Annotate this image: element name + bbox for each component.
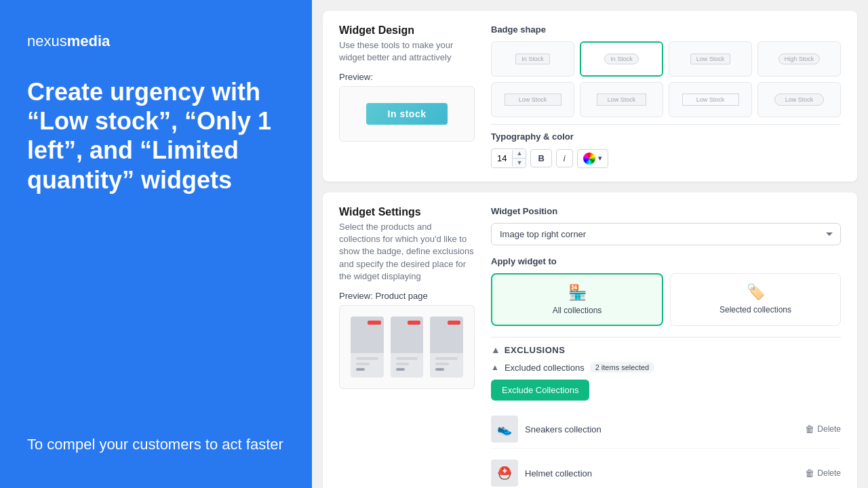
badge-option-pill[interactable]: High Stock [757, 41, 841, 77]
apply-widget-section: Apply widget to 🏪 All collections 🏷️ Sel… [491, 256, 841, 326]
text-line-2 [356, 363, 370, 365]
exclusions-title: EXCLUSIONS [505, 345, 566, 355]
hero-title: Create urgency with “Low stock”, “Only 1… [27, 77, 285, 195]
badge-option-rounded[interactable]: In Stock [580, 41, 663, 77]
sneakers-delete-button[interactable]: 🗑 Delete [805, 424, 841, 434]
badge-mini-bar4: Low Stock [774, 94, 825, 106]
selected-collections-label: Selected collections [719, 305, 791, 314]
widget-design-card: Widget Design Use these tools to make yo… [323, 11, 857, 182]
text-line-6 [435, 363, 449, 365]
badge-mini-rounded: In Stock [604, 54, 639, 64]
badge-shape-grid: In Stock In Stock Low Stock High Stock L… [491, 41, 841, 117]
apply-selected-collections[interactable]: 🏷️ Selected collections [670, 273, 841, 326]
product-text-2 [391, 353, 424, 378]
widget-preview-box: In stock [339, 86, 475, 142]
helmet-name: Helmet collection [525, 468, 798, 479]
apply-widget-label: Apply widget to [491, 256, 841, 266]
stock-bar-2 [408, 321, 420, 325]
font-size-down[interactable]: ▼ [513, 159, 526, 167]
sneakers-thumb: 👟 [491, 415, 518, 443]
product-card-1 [351, 317, 384, 378]
apply-options: 🏪 All collections 🏷️ Selected collection… [491, 273, 841, 326]
brand-bold: media [67, 33, 111, 49]
in-stock-badge: In stock [366, 103, 448, 125]
badge-mini-pill: High Stock [778, 54, 821, 64]
price-line-3 [435, 368, 444, 371]
helmet-delete-label: Delete [817, 468, 841, 478]
widget-position-label: Widget Position [491, 206, 841, 216]
exclusions-chevron-icon: ▲ [491, 344, 500, 355]
badge-option-rect[interactable]: In Stock [491, 41, 574, 77]
widget-position-select[interactable]: Image top right corner Image top left co… [491, 223, 841, 245]
selected-collections-icon: 🏷️ [747, 283, 765, 301]
excluded-collections-row[interactable]: ▲ Excluded collections 2 items selected [491, 362, 841, 373]
helmet-thumb: ⛑️ [491, 460, 518, 487]
sneakers-delete-label: Delete [817, 424, 841, 434]
stock-bar-1 [368, 321, 380, 325]
widget-design-title: Widget Design [339, 24, 475, 37]
font-size-value: 14 [492, 150, 513, 166]
badge-mini-bar2: Low Stock [597, 94, 647, 106]
color-picker-button[interactable]: ▾ [577, 149, 608, 168]
typography-controls: 14 ▲ ▼ B i ▾ [491, 148, 841, 168]
product-text-3 [430, 353, 463, 378]
badge-option-bar1[interactable]: Low Stock [491, 82, 574, 117]
text-line-5 [435, 357, 458, 360]
text-line-3 [396, 357, 418, 360]
stock-bar-3 [448, 321, 460, 325]
right-content: Widget Design Use these tools to make yo… [312, 0, 868, 488]
font-size-arrows[interactable]: ▲ ▼ [513, 149, 526, 167]
excluded-chevron-icon: ▲ [491, 363, 499, 372]
collection-item-helmet: ⛑️ Helmet collection 🗑 Delete [491, 454, 841, 488]
color-circle-icon [583, 152, 595, 165]
badge-mini-low-rect: Low Stock [690, 54, 731, 64]
font-size-up[interactable]: ▲ [513, 149, 526, 159]
widget-position-section: Widget Position Image top right corner I… [491, 206, 841, 245]
price-line-1 [356, 368, 365, 371]
apply-all-collections[interactable]: 🏪 All collections [491, 273, 663, 326]
badge-option-bar4[interactable]: Low Stock [757, 82, 841, 117]
brand-light: nexus [27, 33, 67, 49]
widget-settings-card: Widget Settings Select the products and … [323, 192, 857, 488]
collections-icon: 🏪 [568, 284, 587, 302]
product-grid-preview [351, 317, 463, 378]
product-img-1 [351, 317, 384, 353]
exclusions-header[interactable]: ▲ EXCLUSIONS [491, 344, 841, 355]
font-size-control[interactable]: 14 ▲ ▼ [491, 148, 526, 168]
badge-option-low-rect[interactable]: Low Stock [669, 41, 752, 77]
badge-shape-label: Badge shape [491, 24, 841, 35]
all-collections-label: All collections [553, 306, 602, 315]
product-img-2 [391, 317, 424, 353]
items-selected-badge: 2 items selected [590, 362, 654, 373]
preview-product-box [339, 305, 475, 389]
product-card-3 [430, 317, 463, 378]
badge-option-bar2[interactable]: Low Stock [580, 82, 663, 117]
badge-mini-bar1: Low Stock [505, 94, 561, 106]
sneakers-name: Sneakers collection [525, 424, 798, 434]
left-panel: nexusmedia Create urgency with “Low stoc… [0, 0, 312, 488]
color-picker-arrow: ▾ [598, 154, 602, 163]
collection-item-sneakers: 👟 Sneakers collection 🗑 Delete [491, 410, 841, 449]
widget-settings-title: Widget Settings [339, 206, 475, 218]
typography-label: Typography & color [491, 131, 841, 142]
text-line-4 [396, 363, 410, 365]
widget-settings-desc: Select the products and collections for … [339, 221, 475, 283]
text-line-1 [356, 357, 378, 360]
preview-product-label: Preview: Product page [339, 291, 475, 301]
product-card-2 [391, 317, 424, 378]
italic-button[interactable]: i [556, 149, 573, 167]
excluded-collections-label: Excluded collections [505, 363, 585, 373]
hero-subtitle: To compel your customers to act faster [27, 434, 285, 455]
helmet-delete-button[interactable]: 🗑 Delete [805, 468, 841, 479]
widget-design-desc: Use these tools to make your widget bett… [339, 39, 475, 64]
bold-button[interactable]: B [530, 149, 551, 167]
trash-icon-1: 🗑 [805, 424, 814, 434]
exclude-collections-button[interactable]: Exclude Collections [491, 380, 589, 401]
product-img-3 [430, 317, 463, 353]
preview-label: Preview: [339, 72, 475, 82]
product-text-1 [351, 353, 384, 378]
price-line-2 [396, 368, 405, 371]
trash-icon-2: 🗑 [805, 468, 814, 479]
badge-mini-rect: In Stock [515, 54, 550, 64]
badge-option-bar3[interactable]: Low Stock [669, 82, 752, 117]
